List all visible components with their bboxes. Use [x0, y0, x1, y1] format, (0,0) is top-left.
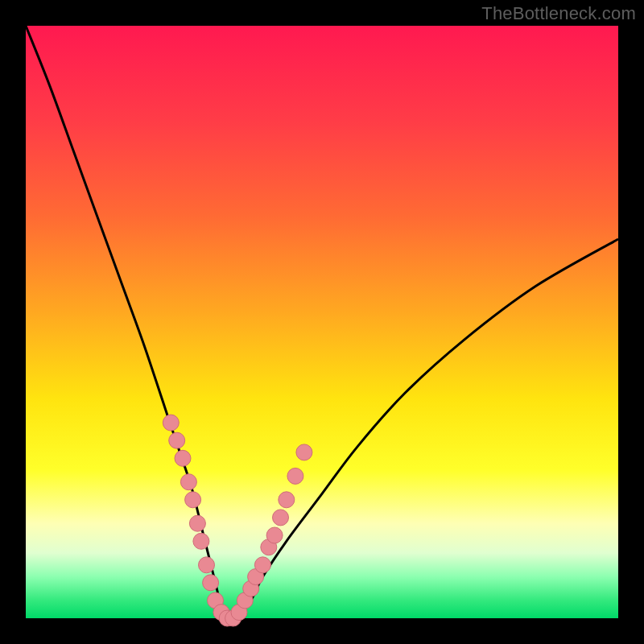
data-marker	[180, 474, 196, 490]
data-marker	[254, 557, 270, 573]
data-marker	[199, 557, 215, 573]
bottleneck-curve	[26, 26, 618, 619]
chart-stage: TheBottleneck.com	[0, 0, 644, 644]
watermark-text: TheBottleneck.com	[481, 3, 636, 24]
data-marker	[189, 515, 205, 531]
marker-layer	[163, 415, 312, 626]
data-marker	[163, 415, 179, 431]
data-marker	[175, 450, 191, 466]
plot-area	[26, 26, 618, 618]
data-marker	[266, 527, 283, 543]
data-marker	[185, 492, 201, 508]
data-marker	[296, 444, 312, 460]
data-marker	[279, 492, 295, 508]
data-marker	[203, 575, 219, 591]
data-marker	[287, 468, 303, 484]
data-marker	[273, 510, 289, 526]
chart-svg	[26, 26, 618, 618]
data-marker	[169, 432, 185, 448]
data-marker	[193, 533, 209, 549]
